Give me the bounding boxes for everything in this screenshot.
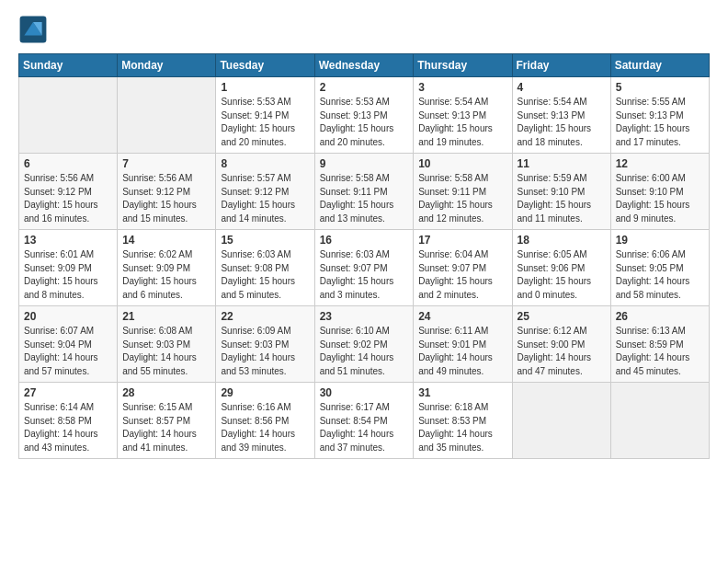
calendar-cell: 27Sunrise: 6:14 AM Sunset: 8:58 PM Dayli…: [19, 383, 118, 459]
day-info: Sunrise: 6:13 AM Sunset: 8:59 PM Dayligh…: [616, 325, 704, 378]
day-number: 25: [518, 310, 606, 323]
day-number: 24: [418, 310, 506, 323]
day-number: 17: [418, 234, 506, 247]
calendar-header-row: SundayMondayTuesdayWednesdayThursdayFrid…: [19, 54, 710, 77]
day-info: Sunrise: 6:00 AM Sunset: 9:10 PM Dayligh…: [616, 172, 704, 225]
day-info: Sunrise: 5:59 AM Sunset: 9:10 PM Dayligh…: [518, 172, 606, 225]
calendar-cell: 3Sunrise: 5:54 AM Sunset: 9:13 PM Daylig…: [414, 77, 512, 154]
day-info: Sunrise: 6:06 AM Sunset: 9:05 PM Dayligh…: [616, 248, 704, 302]
calendar-week-row: 1Sunrise: 5:53 AM Sunset: 9:14 PM Daylig…: [19, 77, 710, 154]
logo: [18, 15, 51, 44]
day-info: Sunrise: 6:03 AM Sunset: 9:08 PM Dayligh…: [221, 248, 309, 302]
day-info: Sunrise: 5:55 AM Sunset: 9:13 PM Dayligh…: [616, 96, 704, 149]
calendar-cell: 9Sunrise: 5:58 AM Sunset: 9:11 PM Daylig…: [314, 154, 414, 230]
calendar-cell: 13Sunrise: 6:01 AM Sunset: 9:09 PM Dayli…: [19, 230, 118, 306]
calendar-cell: 4Sunrise: 5:54 AM Sunset: 9:13 PM Daylig…: [512, 77, 610, 154]
day-number: 15: [221, 234, 309, 247]
calendar-cell: 6Sunrise: 5:56 AM Sunset: 9:12 PM Daylig…: [19, 154, 118, 230]
calendar-cell: 19Sunrise: 6:06 AM Sunset: 9:05 PM Dayli…: [610, 230, 709, 306]
day-number: 11: [518, 157, 606, 170]
day-number: 9: [320, 157, 409, 170]
day-info: Sunrise: 5:57 AM Sunset: 9:12 PM Dayligh…: [221, 172, 309, 225]
day-info: Sunrise: 6:11 AM Sunset: 9:01 PM Dayligh…: [418, 325, 506, 378]
calendar-cell: 29Sunrise: 6:16 AM Sunset: 8:56 PM Dayli…: [216, 383, 314, 459]
calendar-cell: [118, 77, 216, 154]
day-number: 22: [221, 310, 309, 323]
calendar-cell: 24Sunrise: 6:11 AM Sunset: 9:01 PM Dayli…: [414, 306, 512, 383]
calendar-cell: 16Sunrise: 6:03 AM Sunset: 9:07 PM Dayli…: [314, 230, 414, 306]
weekday-header: Wednesday: [314, 54, 414, 77]
calendar-cell: 1Sunrise: 5:53 AM Sunset: 9:14 PM Daylig…: [216, 77, 314, 154]
day-info: Sunrise: 6:04 AM Sunset: 9:07 PM Dayligh…: [418, 248, 506, 302]
calendar-week-row: 6Sunrise: 5:56 AM Sunset: 9:12 PM Daylig…: [19, 154, 710, 230]
day-number: 3: [418, 81, 506, 94]
calendar-cell: 8Sunrise: 5:57 AM Sunset: 9:12 PM Daylig…: [216, 154, 314, 230]
day-number: 10: [418, 157, 506, 170]
calendar-cell: 12Sunrise: 6:00 AM Sunset: 9:10 PM Dayli…: [610, 154, 709, 230]
calendar-cell: 18Sunrise: 6:05 AM Sunset: 9:06 PM Dayli…: [512, 230, 610, 306]
calendar-cell: [610, 383, 709, 459]
day-number: 21: [122, 310, 210, 323]
calendar-cell: 28Sunrise: 6:15 AM Sunset: 8:57 PM Dayli…: [118, 383, 216, 459]
calendar-cell: 25Sunrise: 6:12 AM Sunset: 9:00 PM Dayli…: [512, 306, 610, 383]
day-info: Sunrise: 5:58 AM Sunset: 9:11 PM Dayligh…: [320, 172, 409, 225]
weekday-header: Thursday: [414, 54, 512, 77]
page: SundayMondayTuesdayWednesdayThursdayFrid…: [0, 0, 728, 563]
day-number: 23: [320, 310, 409, 323]
day-info: Sunrise: 6:17 AM Sunset: 8:54 PM Dayligh…: [320, 401, 409, 454]
day-info: Sunrise: 6:08 AM Sunset: 9:03 PM Dayligh…: [122, 325, 210, 378]
calendar-week-row: 13Sunrise: 6:01 AM Sunset: 9:09 PM Dayli…: [19, 230, 710, 306]
day-info: Sunrise: 6:12 AM Sunset: 9:00 PM Dayligh…: [518, 325, 606, 378]
day-number: 16: [320, 234, 409, 247]
day-number: 26: [616, 310, 704, 323]
day-info: Sunrise: 5:58 AM Sunset: 9:11 PM Dayligh…: [418, 172, 506, 225]
day-info: Sunrise: 6:07 AM Sunset: 9:04 PM Dayligh…: [24, 325, 112, 378]
weekday-header: Saturday: [610, 54, 709, 77]
calendar-cell: 17Sunrise: 6:04 AM Sunset: 9:07 PM Dayli…: [414, 230, 512, 306]
calendar-cell: 5Sunrise: 5:55 AM Sunset: 9:13 PM Daylig…: [610, 77, 709, 154]
day-number: 6: [24, 157, 112, 170]
calendar-cell: [19, 77, 118, 154]
day-number: 8: [221, 157, 309, 170]
calendar-cell: 22Sunrise: 6:09 AM Sunset: 9:03 PM Dayli…: [216, 306, 314, 383]
day-info: Sunrise: 6:09 AM Sunset: 9:03 PM Dayligh…: [221, 325, 309, 378]
day-number: 7: [122, 157, 210, 170]
weekday-header: Tuesday: [216, 54, 314, 77]
day-info: Sunrise: 5:53 AM Sunset: 9:13 PM Dayligh…: [320, 96, 409, 149]
calendar-cell: 21Sunrise: 6:08 AM Sunset: 9:03 PM Dayli…: [118, 306, 216, 383]
calendar-cell: 30Sunrise: 6:17 AM Sunset: 8:54 PM Dayli…: [314, 383, 414, 459]
day-info: Sunrise: 5:56 AM Sunset: 9:12 PM Dayligh…: [122, 172, 210, 225]
calendar-cell: 20Sunrise: 6:07 AM Sunset: 9:04 PM Dayli…: [19, 306, 118, 383]
calendar-week-row: 20Sunrise: 6:07 AM Sunset: 9:04 PM Dayli…: [19, 306, 710, 383]
calendar-cell: 31Sunrise: 6:18 AM Sunset: 8:53 PM Dayli…: [414, 383, 512, 459]
calendar-cell: 15Sunrise: 6:03 AM Sunset: 9:08 PM Dayli…: [216, 230, 314, 306]
weekday-header: Sunday: [19, 54, 118, 77]
header: [18, 15, 710, 44]
day-info: Sunrise: 5:54 AM Sunset: 9:13 PM Dayligh…: [418, 96, 506, 149]
calendar-cell: 10Sunrise: 5:58 AM Sunset: 9:11 PM Dayli…: [414, 154, 512, 230]
day-number: 2: [320, 81, 409, 94]
day-number: 14: [122, 234, 210, 247]
day-info: Sunrise: 6:16 AM Sunset: 8:56 PM Dayligh…: [221, 401, 309, 454]
day-info: Sunrise: 6:03 AM Sunset: 9:07 PM Dayligh…: [320, 248, 409, 302]
day-info: Sunrise: 5:54 AM Sunset: 9:13 PM Dayligh…: [518, 96, 606, 149]
calendar-cell: 26Sunrise: 6:13 AM Sunset: 8:59 PM Dayli…: [610, 306, 709, 383]
day-number: 27: [24, 386, 112, 399]
calendar-cell: 23Sunrise: 6:10 AM Sunset: 9:02 PM Dayli…: [314, 306, 414, 383]
day-info: Sunrise: 6:14 AM Sunset: 8:58 PM Dayligh…: [24, 401, 112, 454]
day-info: Sunrise: 5:56 AM Sunset: 9:12 PM Dayligh…: [24, 172, 112, 225]
logo-icon: [18, 15, 48, 44]
calendar-week-row: 27Sunrise: 6:14 AM Sunset: 8:58 PM Dayli…: [19, 383, 710, 459]
calendar-cell: 2Sunrise: 5:53 AM Sunset: 9:13 PM Daylig…: [314, 77, 414, 154]
day-number: 1: [221, 81, 309, 94]
day-number: 19: [616, 234, 704, 247]
day-info: Sunrise: 6:05 AM Sunset: 9:06 PM Dayligh…: [518, 248, 606, 302]
day-info: Sunrise: 6:01 AM Sunset: 9:09 PM Dayligh…: [24, 248, 112, 302]
day-number: 20: [24, 310, 112, 323]
calendar-cell: [512, 383, 610, 459]
day-number: 5: [616, 81, 704, 94]
day-info: Sunrise: 5:53 AM Sunset: 9:14 PM Dayligh…: [221, 96, 309, 149]
day-info: Sunrise: 6:15 AM Sunset: 8:57 PM Dayligh…: [122, 401, 210, 454]
day-number: 4: [518, 81, 606, 94]
day-number: 18: [518, 234, 606, 247]
